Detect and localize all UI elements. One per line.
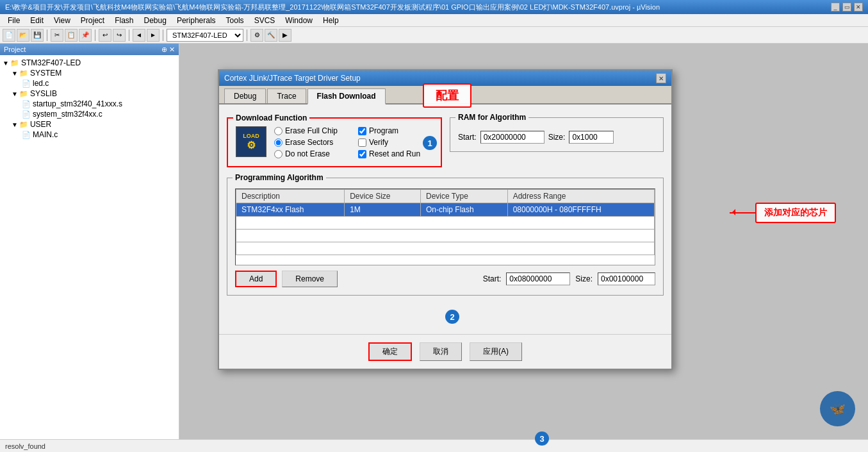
- dialog-content: Download Function LOAD ⚙: [219, 105, 671, 334]
- menu-debug[interactable]: Debug: [139, 15, 172, 26]
- toolbar-debug-start[interactable]: ▶: [279, 29, 291, 42]
- download-function-inner: LOAD ⚙ Erase Full Chip: [236, 124, 433, 158]
- check-verify-input[interactable]: [358, 138, 366, 147]
- menu-view[interactable]: View: [49, 15, 76, 26]
- ram-size-label: Size:: [548, 133, 566, 142]
- table-row-empty2: [236, 230, 655, 242]
- check-verify[interactable]: Verify: [358, 138, 420, 147]
- close-button[interactable]: ✕: [854, 3, 863, 12]
- menu-peripherals[interactable]: Peripherals: [172, 15, 221, 26]
- col-device-size: Device Size: [345, 190, 421, 203]
- tree-item-system[interactable]: ▼ 📁 SYSTEM: [3, 68, 176, 78]
- toolbar-rebuild[interactable]: 🔨: [265, 29, 277, 42]
- toolbar-save[interactable]: 💾: [31, 29, 44, 42]
- ram-start-input[interactable]: [480, 131, 545, 144]
- download-checkboxes: Program Verify Reset and Run: [358, 126, 420, 158]
- file-icon: 📄: [22, 110, 31, 119]
- add-button[interactable]: Add: [235, 271, 277, 287]
- tree-item-user[interactable]: ▼ 📁 USER: [3, 119, 176, 130]
- tab-flash-download[interactable]: Flash Download: [307, 88, 386, 105]
- check-reset-run-input[interactable]: [358, 150, 366, 158]
- radio-do-not-erase-input[interactable]: [274, 150, 283, 158]
- remove-button[interactable]: Remove: [282, 271, 338, 287]
- tree-item-led[interactable]: 📄 led.c: [3, 78, 176, 88]
- menu-help[interactable]: Help: [318, 15, 344, 26]
- cell-device-type: On-chip Flash: [421, 203, 508, 217]
- table-row-empty3: [236, 242, 655, 255]
- radio-erase-sectors[interactable]: Erase Sectors: [274, 138, 338, 147]
- prog-start-input[interactable]: [506, 272, 570, 285]
- ram-size-input[interactable]: [569, 131, 614, 144]
- folder-icon: 📁: [19, 69, 28, 78]
- radio-do-not-erase[interactable]: Do not Erase: [274, 149, 338, 158]
- toggle-icon: ▼: [12, 121, 18, 128]
- menu-flash[interactable]: Flash: [110, 15, 138, 26]
- ram-inputs: Start: Size:: [458, 131, 655, 144]
- radio-erase-sectors-input[interactable]: [274, 138, 283, 147]
- toolbar-cut[interactable]: ✂: [51, 29, 63, 42]
- tree-label-system: SYSTEM: [30, 69, 61, 78]
- radio-erase-full[interactable]: Erase Full Chip: [274, 126, 338, 135]
- left-panel: Project ⊕ ✕ ▼ 📁 STM32F407-LED ▼ 📁 SYSTEM…: [0, 44, 179, 439]
- tree-item-startup[interactable]: 📄 startup_stm32f40_41xxx.s: [3, 99, 176, 109]
- toolbar-paste[interactable]: 📌: [79, 29, 92, 42]
- tab-trace[interactable]: Trace: [267, 88, 306, 103]
- menu-project[interactable]: Project: [76, 15, 110, 26]
- toolbar-sep3: [129, 29, 129, 41]
- toolbar-open[interactable]: 📂: [17, 29, 29, 42]
- ram-algorithm-title: RAM for Algorithm: [455, 113, 528, 122]
- project-panel-label: Project: [4, 46, 26, 53]
- prog-size-input[interactable]: [598, 272, 655, 285]
- toolbar-build[interactable]: ⚙: [250, 29, 263, 42]
- toolbar-undo[interactable]: ↩: [99, 29, 111, 42]
- restore-button[interactable]: ▭: [842, 3, 851, 12]
- main-area: Project ⊕ ✕ ▼ 📁 STM32F407-LED ▼ 📁 SYSTEM…: [0, 44, 868, 439]
- programming-algorithm-group: Programming Algorithm Description Device…: [227, 178, 664, 296]
- file-icon: 📄: [22, 80, 31, 88]
- project-dropdown[interactable]: STM32F407-LED: [167, 29, 243, 42]
- menu-edit[interactable]: Edit: [25, 15, 49, 26]
- table-row[interactable]: STM32F4xx Flash 1M On-chip Flash 0800000…: [236, 203, 655, 217]
- menu-tools[interactable]: Tools: [221, 15, 249, 26]
- toolbar-sep5: [247, 29, 247, 41]
- radio-do-not-erase-label: Do not Erase: [285, 149, 330, 158]
- tab-debug[interactable]: Debug: [224, 88, 266, 103]
- tree-item-syslib[interactable]: ▼ 📁 SYSLIB: [3, 88, 176, 99]
- radio-erase-full-label: Erase Full Chip: [285, 126, 338, 135]
- toolbar-copy[interactable]: 📋: [65, 29, 78, 42]
- minimize-button[interactable]: _: [831, 3, 840, 12]
- dialog-title: Cortex JLink/JTrace Target Driver Setup: [224, 74, 361, 83]
- prog-bottom: Add Remove Start: Size:: [235, 271, 655, 287]
- dialog-close-button[interactable]: ✕: [656, 73, 666, 83]
- load-icon: LOAD ⚙: [236, 126, 266, 157]
- toolbar-redo[interactable]: ↪: [113, 29, 126, 42]
- toolbar-new[interactable]: 📄: [3, 29, 15, 42]
- tree-item-system-c[interactable]: 📄 system_stm32f4xx.c: [3, 109, 176, 119]
- toolbar-fwd[interactable]: ►: [147, 29, 160, 42]
- toolbar-back[interactable]: ◄: [133, 29, 145, 42]
- tree-label-system-c: system_stm32f4xx.c: [33, 110, 102, 119]
- prog-start-label: Start:: [483, 274, 502, 283]
- cell-description: STM32F4xx Flash: [236, 203, 345, 217]
- chip-label: 添加对应的芯片: [755, 203, 836, 223]
- jlink-dialog: Cortex JLink/JTrace Target Driver Setup …: [218, 69, 673, 370]
- ok-button[interactable]: 确定: [368, 342, 412, 361]
- prog-size-label: Size:: [575, 274, 593, 283]
- menu-svcs[interactable]: SVCS: [249, 15, 281, 26]
- file-icon: 📄: [22, 100, 31, 108]
- check-program[interactable]: Program: [358, 126, 420, 135]
- cell-device-size: 1M: [345, 203, 421, 217]
- tree-item-root[interactable]: ▼ 📁 STM32F407-LED: [3, 58, 176, 68]
- tree-item-main[interactable]: 📄 MAIN.c: [3, 130, 176, 140]
- config-annotation: 配置: [423, 83, 471, 108]
- menu-window[interactable]: Window: [280, 15, 318, 26]
- menu-file[interactable]: File: [3, 15, 25, 26]
- check-program-input[interactable]: [358, 127, 366, 135]
- apply-button[interactable]: 应用(A): [470, 342, 522, 361]
- radio-erase-full-input[interactable]: [274, 127, 283, 135]
- check-reset-run[interactable]: Reset and Run: [358, 149, 420, 158]
- tree-label-user: USER: [30, 120, 51, 129]
- cancel-button[interactable]: 取消: [420, 342, 462, 361]
- check-reset-run-label: Reset and Run: [369, 149, 420, 158]
- toggle-icon: ▼: [3, 60, 9, 67]
